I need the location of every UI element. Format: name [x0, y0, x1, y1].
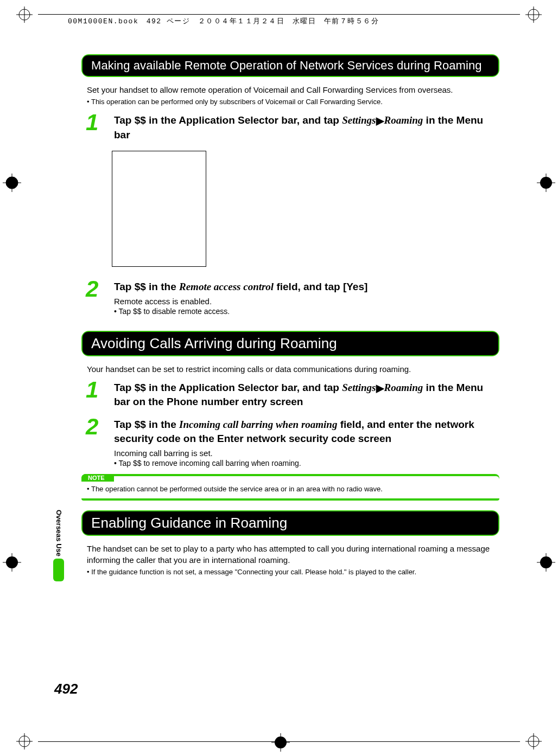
- section-intro: Your handset can be set to restrict inco…: [87, 364, 499, 375]
- book-header: 00M1000EN.book 492 ページ ２００４年１１月２４日 水曜日 午…: [68, 16, 379, 26]
- screenshot-placeholder: [112, 151, 206, 267]
- side-registration-icon: [537, 174, 555, 192]
- side-registration-icon: [3, 174, 21, 192]
- side-registration-icon: [3, 553, 21, 572]
- section-heading-avoiding-calls: Avoiding Calls Arriving during Roaming: [81, 331, 499, 356]
- step-bullet: Tap $$ to disable remote access.: [114, 307, 499, 316]
- note-block: NOTE The operation cannot be performed o…: [81, 474, 499, 501]
- step-sub: Incoming call barring is set.: [114, 449, 499, 458]
- crop-line: [38, 14, 520, 15]
- step-1: 1 Tap $$ in the Application Selector bar…: [81, 381, 499, 412]
- page-number: 492: [54, 681, 78, 697]
- side-registration-icon: [537, 553, 555, 572]
- note-body: The operation cannot be performed outsid…: [81, 482, 499, 498]
- step-title: Tap $$ in the Application Selector bar, …: [114, 113, 499, 142]
- step-number: 2: [81, 278, 114, 317]
- step-bullet: Tap $$ to remove incoming call barring w…: [114, 459, 499, 467]
- page-content: Making available Remote Operation of Net…: [81, 54, 499, 584]
- note-bar-bottom: [81, 498, 499, 501]
- step-1: 1 Tap $$ in the Application Selector bar…: [81, 113, 499, 145]
- side-tab-label: Overseas Use: [55, 510, 63, 556]
- section-heading-text: Making available Remote Operation of Net…: [83, 55, 498, 76]
- note-text: The operation cannot be performed outsid…: [87, 485, 494, 493]
- step-2: 2 Tap $$ in the Incoming call barring wh…: [81, 418, 499, 469]
- crop-mark-icon: [525, 733, 542, 749]
- bottom-registration-icon: [271, 733, 290, 752]
- section-intro-bullet: This operation can be performed only by …: [87, 98, 499, 106]
- step-title: Tap $$ in the Incoming call barring when…: [114, 418, 499, 445]
- note-bar-top: NOTE: [81, 474, 499, 482]
- step-title: Tap $$ in the Remote access control fiel…: [114, 280, 499, 294]
- section-intro: The handset can be set to play to a part…: [87, 543, 499, 566]
- section-intro: Set your handset to allow remote operati…: [87, 85, 499, 95]
- crop-mark-icon: [16, 733, 33, 749]
- side-tab: Overseas Use: [53, 510, 64, 581]
- section-heading-text: Avoiding Calls Arriving during Roaming: [83, 332, 498, 355]
- section-heading-text: Enabling Guidance in Roaming: [83, 511, 498, 535]
- section-heading-remote-operation: Making available Remote Operation of Net…: [81, 54, 499, 77]
- crop-mark-icon: [16, 7, 33, 23]
- crop-mark-icon: [525, 7, 542, 23]
- step-2: 2 Tap $$ in the Remote access control fi…: [81, 280, 499, 317]
- section-heading-enabling-guidance: Enabling Guidance in Roaming: [81, 510, 499, 536]
- crop-line: [38, 741, 520, 742]
- step-number: 1: [81, 111, 114, 145]
- step-title: Tap $$ in the Application Selector bar, …: [114, 381, 499, 409]
- side-tab-block: [53, 559, 64, 581]
- section-intro-bullet: If the guidance function is not set, a m…: [87, 568, 499, 576]
- step-number: 2: [81, 415, 114, 469]
- step-number: 1: [81, 379, 114, 412]
- step-sub: Remote access is enabled.: [114, 297, 499, 306]
- note-label: NOTE: [81, 474, 109, 482]
